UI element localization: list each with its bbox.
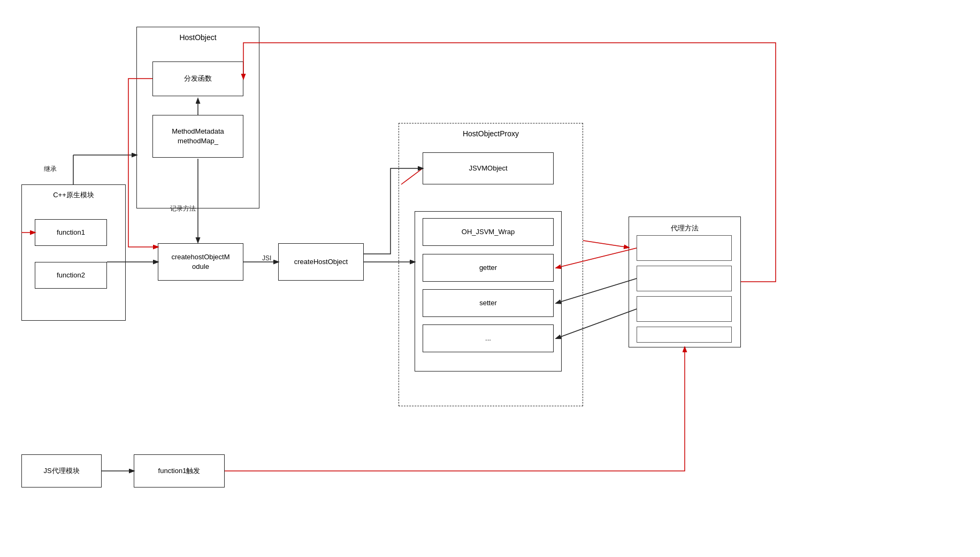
dispatch-fn-label: 分发函数 <box>184 74 212 83</box>
setter-box: setter <box>423 289 554 317</box>
proxy-method-row3 <box>637 296 732 322</box>
cpp-module-label: C++原生模块 <box>53 190 94 200</box>
inherit-label: 继承 <box>44 165 57 174</box>
js-proxy-module-box: JS代理模块 <box>21 454 102 488</box>
oh-jsvm-wrap-box: OH_JSVM_Wrap <box>423 218 554 246</box>
jsi-label: JSI <box>262 254 271 262</box>
create-host-object-module-box: createhostObjectM odule <box>158 243 243 281</box>
jsvm-object-label: JSVMObject <box>469 164 507 173</box>
ellipsis-label: ... <box>485 334 491 343</box>
oh-jsvm-wrap-label: OH_JSVM_Wrap <box>462 227 515 237</box>
proxy-method-row1 <box>637 235 732 261</box>
host-object-label: HostObject <box>179 33 216 43</box>
function2-box: function2 <box>35 262 107 289</box>
dispatch-fn-box: 分发函数 <box>152 61 243 96</box>
host-object-proxy-label: HostObjectProxy <box>463 129 519 140</box>
method-metadata-box: MethodMetadata methodMap_ <box>152 115 243 158</box>
svg-line-12 <box>583 241 629 247</box>
diagram-container: HostObject 分发函数 MethodMetadata methodMap… <box>0 0 980 557</box>
create-host-object-box: createHostObject <box>278 243 364 281</box>
method-metadata-label: MethodMetadata methodMap_ <box>172 127 224 146</box>
proxy-method-row2 <box>637 266 732 291</box>
create-host-object-module-label: createhostObjectM odule <box>171 252 229 272</box>
record-method-label: 记录方法 <box>170 204 196 213</box>
setter-label: setter <box>479 298 497 308</box>
create-host-object-label: createHostObject <box>294 257 348 267</box>
getter-label: getter <box>479 263 497 273</box>
cpp-module-container: C++原生模块 <box>21 184 126 321</box>
js-proxy-module-label: JS代理模块 <box>43 466 79 476</box>
proxy-method-row4 <box>637 327 732 343</box>
proxy-method-label: 代理方法 <box>671 223 699 233</box>
function1-trigger-box: function1触发 <box>134 454 225 488</box>
ellipsis-box: ... <box>423 324 554 352</box>
function1-box: function1 <box>35 219 107 246</box>
jsvm-object-box: JSVMObject <box>423 152 554 184</box>
function2-label: function2 <box>57 270 85 280</box>
function1-trigger-label: function1触发 <box>158 466 201 476</box>
function1-label: function1 <box>57 228 85 237</box>
getter-box: getter <box>423 254 554 282</box>
